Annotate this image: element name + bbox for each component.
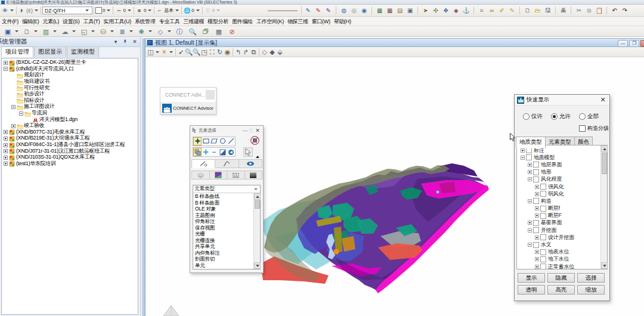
- open-folder-icon[interactable]: 🗁: [534, 7, 541, 15]
- menu-图件编绘[interactable]: 图件编绘: [230, 17, 255, 26]
- project-tree-item[interactable]: 施工详图设计: [2, 104, 138, 110]
- element-type-item[interactable]: 仰角标注: [193, 218, 253, 225]
- collapse-icon[interactable]: [528, 177, 532, 181]
- level-display-dropdown[interactable]: [129, 30, 133, 32]
- quick-display-titlebar[interactable]: 快速显示 ✕: [515, 95, 609, 106]
- menu-文件[interactable]: 文件(F): [0, 17, 20, 26]
- sphere3-icon[interactable]: ◉: [360, 7, 368, 15]
- geology-tree-item[interactable]: 正常蓄水位: [517, 263, 600, 269]
- scroll-thumb[interactable]: [602, 153, 607, 174]
- paste-icon[interactable]: 📋: [595, 7, 603, 15]
- nav4-icon[interactable]: ◈: [452, 7, 460, 15]
- expand-icon[interactable]: [521, 148, 525, 153]
- pen-red-icon[interactable]: ✎: [314, 7, 322, 15]
- scroll-down-icon[interactable]: [601, 262, 608, 269]
- fence1-icon[interactable]: ⌗: [478, 7, 485, 15]
- expand-icon[interactable]: [535, 185, 539, 189]
- mode-exchange-button[interactable]: [218, 148, 227, 156]
- expand-icon[interactable]: [528, 163, 532, 167]
- connect-advisor-link[interactable]: CONNECT Advisor: [160, 102, 216, 114]
- project-tree-item[interactable]: 项目建议书: [2, 79, 138, 85]
- view-titlebar[interactable]: 视图 1, Default [显示集] — ❐: [145, 38, 644, 47]
- view-restore-button[interactable]: ❐: [629, 40, 639, 47]
- expand-icon[interactable]: [4, 162, 8, 166]
- menu-工作空间[interactable]: 工作空间(K): [255, 17, 286, 26]
- geology-tree-item[interactable]: 断层F: [517, 212, 600, 219]
- quick-display-close-icon[interactable]: ✕: [599, 96, 607, 104]
- view-brightness-dropdown[interactable]: [169, 51, 173, 53]
- menu-帮助[interactable]: 帮助(H): [332, 17, 353, 26]
- menu-模型分析[interactable]: 模型分析: [206, 17, 230, 26]
- cut-icon[interactable]: ✂: [575, 7, 583, 15]
- search-icon[interactable]: 🔍: [188, 27, 198, 36]
- tab-color[interactable]: [209, 171, 228, 179]
- menu-工具[interactable]: 工具(T): [82, 17, 102, 26]
- checkbox-icon[interactable]: [540, 213, 546, 219]
- expand-icon[interactable]: [535, 250, 539, 254]
- active-color-swatch[interactable]: [95, 7, 102, 14]
- copy-icon[interactable]: ⧉: [585, 7, 593, 15]
- popset-off-icon[interactable]: ⊘: [227, 27, 237, 36]
- project-tree-item[interactable]: 初步设计: [2, 91, 138, 98]
- checkbox-icon[interactable]: [579, 125, 586, 132]
- expand-icon[interactable]: [4, 149, 8, 153]
- view-brightness-icon[interactable]: ☀: [160, 48, 168, 56]
- slides-icon[interactable]: 🗇: [201, 27, 211, 36]
- geology-tree-item[interactable]: 强风化: [517, 183, 600, 190]
- active-class-icon[interactable]: ⌐: [156, 7, 163, 15]
- active-level-combo[interactable]: DZ-Q/FH: [42, 7, 92, 14]
- collapse-arrow-icon[interactable]: [256, 148, 259, 156]
- select-circle-button[interactable]: [218, 137, 227, 145]
- mode-subtract-button[interactable]: −: [210, 148, 218, 156]
- active-template-dropdown[interactable]: [10, 10, 14, 11]
- raster-manager-icon[interactable]: ▥: [41, 27, 51, 36]
- line-style-icon[interactable]: ┅: [114, 7, 122, 15]
- panel-menu-dropdown-icon[interactable]: ▾: [112, 38, 119, 45]
- element-type-item[interactable]: B 样条曲线: [193, 193, 253, 200]
- view-next-icon[interactable]: ↱: [242, 48, 250, 56]
- quick-display-button-缩放[interactable]: 缩放: [577, 285, 605, 295]
- menu-专业工具[interactable]: 专业工具: [157, 17, 182, 26]
- element-type-item[interactable]: OLE 对象: [193, 206, 253, 212]
- checkbox-icon[interactable]: [533, 242, 539, 248]
- nav3-icon[interactable]: ✥: [442, 7, 450, 15]
- point-clouds-dropdown[interactable]: [72, 30, 76, 32]
- element-type-header[interactable]: 元素类型: [193, 185, 260, 193]
- panel-tab-监测模型[interactable]: 监测模型: [67, 47, 99, 57]
- selection-dialog-titlebar[interactable]: 元素选择 — ▢ ✕: [190, 126, 263, 135]
- mode-clear-button[interactable]: [227, 148, 235, 156]
- grid3-icon[interactable]: ▤: [396, 7, 404, 15]
- checkbox-icon[interactable]: [533, 162, 539, 168]
- scroll-down-icon[interactable]: [254, 262, 261, 269]
- collapse-icon[interactable]: [528, 199, 532, 203]
- project-tree-item[interactable]: (test1)华东院培训: [2, 161, 138, 168]
- expand-icon[interactable]: [535, 257, 539, 261]
- menu-物探三维[interactable]: 物探三维: [286, 17, 310, 26]
- geology-tree-item[interactable]: 开挖面: [517, 227, 600, 234]
- grid1-icon[interactable]: ▦: [376, 7, 383, 15]
- geology-tree-item[interactable]: 断层f: [517, 205, 600, 212]
- panel-close-icon[interactable]: ✕: [131, 38, 138, 45]
- structure-grading-checkbox[interactable]: 构造分级: [579, 125, 609, 132]
- view-perspective-icon[interactable]: ⬙: [276, 48, 284, 56]
- checkbox-icon[interactable]: [526, 154, 532, 160]
- fit-view-icon[interactable]: ⛶: [208, 48, 216, 56]
- saved-views-dropdown[interactable]: [91, 30, 95, 32]
- tab-display[interactable]: [239, 159, 262, 168]
- checkbox-icon[interactable]: [540, 234, 546, 240]
- checkbox-icon[interactable]: [540, 249, 546, 255]
- scroll-up-icon[interactable]: [601, 145, 608, 152]
- tab-level[interactable]: [191, 171, 210, 179]
- active-line-style-dropdown[interactable]: [128, 10, 131, 11]
- expand-icon[interactable]: [528, 170, 532, 174]
- checkbox-icon[interactable]: [540, 184, 546, 190]
- geology-tree-item[interactable]: 构造: [517, 197, 600, 205]
- nav2-icon[interactable]: ✣: [432, 7, 439, 15]
- line-weight-icon[interactable]: ≡: [135, 7, 143, 15]
- link2-icon[interactable]: ✐: [498, 7, 506, 15]
- geology-tree-item[interactable]: 地形: [517, 169, 600, 176]
- selection-restore-icon[interactable]: ▢: [248, 128, 254, 133]
- select-block-button[interactable]: [202, 137, 210, 145]
- geology-tree-item[interactable]: 弱风化: [517, 190, 600, 197]
- expand-icon[interactable]: [4, 137, 8, 141]
